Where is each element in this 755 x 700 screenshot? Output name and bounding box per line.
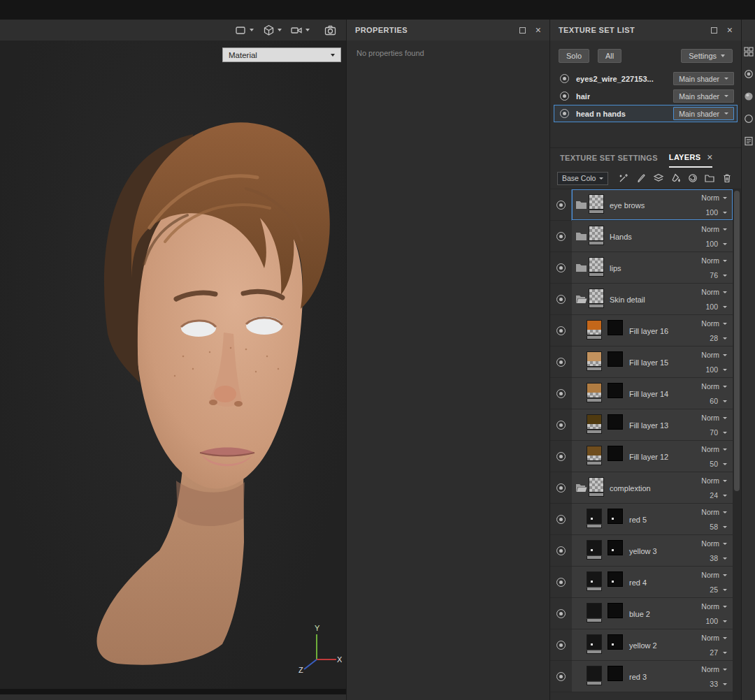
layer-row[interactable]: complextion Norm 24 (550, 472, 741, 504)
add-fill-layer-icon[interactable] (668, 171, 682, 185)
layer-opacity-dropdown[interactable]: 100 (705, 240, 727, 248)
blend-mode-dropdown[interactable]: Norm (701, 445, 727, 453)
blend-mode-dropdown[interactable]: Norm (701, 508, 727, 516)
add-effect-icon[interactable] (617, 171, 631, 185)
texture-set-row[interactable]: eyes2_wire_227153... Main shader (554, 70, 738, 87)
layer-visibility-radio[interactable] (556, 263, 566, 272)
layer-visibility-radio[interactable] (556, 609, 566, 618)
layer-opacity-dropdown[interactable]: 27 (710, 648, 727, 657)
layer-opacity-dropdown[interactable]: 60 (710, 397, 727, 405)
close-icon[interactable]: × (727, 25, 733, 35)
tab-layers[interactable]: LAYERS (669, 153, 700, 161)
layer-row[interactable]: blue 2 Norm 100 (550, 598, 741, 629)
layer-visibility-radio[interactable] (556, 483, 566, 493)
layer-row[interactable]: Fill layer 13 Norm 70 (550, 409, 741, 441)
layer-thumbnail[interactable] (589, 194, 604, 210)
material-mode-dropdown[interactable]: Material (222, 48, 341, 62)
texture-set-visibility-radio[interactable] (560, 109, 569, 118)
shader-settings-icon[interactable] (743, 68, 754, 80)
blend-mode-dropdown[interactable]: Norm (701, 382, 727, 391)
layer-thumbnail[interactable] (589, 289, 604, 304)
layer-mask-thumbnail[interactable] (607, 509, 623, 524)
layer-mask-thumbnail[interactable] (607, 634, 623, 650)
texture-set-row[interactable]: head n hands Main shader (554, 105, 738, 122)
camera-view-button[interactable] (288, 22, 312, 38)
delete-layer-icon[interactable] (720, 171, 734, 185)
layer-row[interactable]: yellow 3 Norm 38 (550, 535, 741, 567)
layer-mask-thumbnail[interactable] (607, 414, 623, 430)
tab-texture-set-settings[interactable]: TEXTURE SET SETTINGS (560, 154, 658, 168)
layer-row[interactable]: lips Norm 76 (550, 252, 741, 284)
layer-mask-thumbnail[interactable] (607, 446, 623, 461)
layer-row[interactable]: Skin detail Norm 100 (550, 284, 741, 315)
layer-thumbnail[interactable] (587, 351, 602, 367)
layer-mask-thumbnail[interactable] (607, 571, 623, 587)
blend-mode-dropdown[interactable]: Norm (701, 634, 727, 642)
layer-row[interactable]: Hands Norm 100 (550, 221, 741, 252)
add-layer-stack-icon[interactable] (652, 171, 666, 185)
layer-opacity-dropdown[interactable]: 76 (710, 271, 727, 279)
add-paint-layer-icon[interactable] (634, 171, 648, 185)
layer-thumbnail[interactable] (587, 509, 602, 524)
close-tab-icon[interactable]: × (707, 152, 712, 162)
blend-mode-dropdown[interactable]: Norm (701, 256, 727, 265)
layer-visibility-radio[interactable] (556, 578, 566, 587)
texture-set-visibility-radio[interactable] (560, 74, 569, 83)
texture-set-visibility-radio[interactable] (560, 92, 569, 101)
solo-button[interactable]: Solo (559, 49, 589, 63)
blend-mode-dropdown[interactable]: Norm (701, 351, 727, 359)
layer-mask-thumbnail[interactable] (607, 383, 623, 398)
layer-row[interactable]: Fill layer 15 Norm 100 (550, 347, 741, 378)
layer-row[interactable]: red 4 Norm 25 (550, 567, 741, 598)
float-panel-icon[interactable] (519, 27, 526, 34)
display-settings-icon[interactable] (743, 91, 754, 102)
viewer-settings-icon[interactable] (743, 113, 754, 124)
layer-thumbnail[interactable] (587, 634, 602, 650)
layer-opacity-dropdown[interactable]: 100 (705, 208, 727, 217)
layer-visibility-radio[interactable] (556, 452, 566, 461)
shader-selector-button[interactable]: Main shader (673, 72, 734, 85)
blend-mode-dropdown[interactable]: Norm (701, 319, 727, 328)
layer-row[interactable]: red 3 Norm 33 (550, 661, 741, 692)
channel-dropdown[interactable]: Base Colo (557, 172, 608, 185)
layer-thumbnail[interactable] (587, 540, 602, 555)
layer-visibility-radio[interactable] (556, 546, 566, 555)
layer-visibility-radio[interactable] (556, 515, 566, 524)
float-panel-icon[interactable] (711, 27, 717, 34)
layer-row[interactable]: Fill layer 12 Norm 50 (550, 441, 741, 472)
layer-thumbnail[interactable] (587, 414, 602, 430)
layer-opacity-dropdown[interactable]: 100 (705, 617, 727, 625)
layer-mask-thumbnail[interactable] (607, 666, 623, 681)
layer-opacity-dropdown[interactable]: 70 (710, 428, 727, 437)
layer-visibility-radio[interactable] (556, 326, 566, 335)
texture-set-list-icon[interactable] (743, 46, 754, 57)
shader-selector-button[interactable]: Main shader (673, 107, 734, 120)
layer-visibility-radio[interactable] (556, 421, 566, 430)
scrollbar-thumb[interactable] (734, 191, 740, 491)
layer-opacity-dropdown[interactable]: 25 (710, 585, 727, 594)
layer-opacity-dropdown[interactable]: 33 (710, 680, 727, 688)
layer-row[interactable]: Fill layer 16 Norm 28 (550, 315, 741, 347)
layer-mask-thumbnail[interactable] (607, 540, 623, 555)
layer-thumbnail[interactable] (587, 603, 602, 618)
layer-thumbnail[interactable] (589, 226, 604, 241)
blend-mode-dropdown[interactable]: Norm (701, 225, 727, 233)
layer-opacity-dropdown[interactable]: 100 (705, 302, 727, 311)
layer-thumbnail[interactable] (587, 383, 602, 398)
layer-visibility-radio[interactable] (556, 641, 566, 650)
blend-mode-dropdown[interactable]: Norm (701, 602, 727, 611)
layer-opacity-dropdown[interactable]: 24 (710, 491, 727, 500)
texture-set-row[interactable]: hair Main shader (554, 87, 738, 105)
layer-opacity-dropdown[interactable]: 100 (705, 365, 727, 374)
layer-mask-thumbnail[interactable] (607, 351, 623, 367)
layers-scrollbar[interactable] (733, 189, 741, 700)
layer-thumbnail[interactable] (587, 320, 602, 335)
blend-mode-dropdown[interactable]: Norm (701, 288, 727, 296)
screenshot-button[interactable] (322, 22, 339, 38)
close-icon[interactable]: × (535, 25, 541, 35)
blend-mode-dropdown[interactable]: Norm (701, 476, 727, 485)
layer-thumbnail[interactable] (589, 477, 604, 493)
layer-visibility-radio[interactable] (556, 295, 566, 304)
mesh-view-button[interactable] (260, 22, 284, 38)
layer-thumbnail[interactable] (587, 666, 602, 681)
